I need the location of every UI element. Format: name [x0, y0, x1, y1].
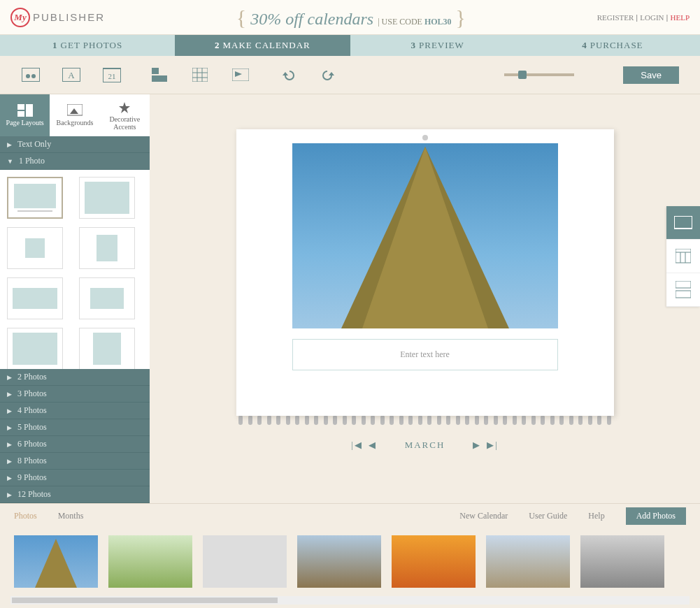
- category-item[interactable]: ▶3 Photos: [0, 386, 150, 403]
- calendar-icon[interactable]: 21: [102, 66, 122, 83]
- horizontal-scrollbar[interactable]: [10, 596, 690, 605]
- register-link[interactable]: REGISTER: [597, 13, 634, 22]
- svg-rect-8: [152, 75, 167, 82]
- promo-banner: { 30% off calendars | USE CODE HOL30 }: [105, 6, 597, 29]
- redo-icon[interactable]: [319, 66, 338, 83]
- photo-layout-icon[interactable]: [21, 66, 41, 83]
- svg-text:A: A: [68, 70, 75, 80]
- layout-thumb[interactable]: [79, 328, 135, 369]
- category-1-photo[interactable]: ▼1 Photo: [0, 153, 150, 170]
- view-photo-icon[interactable]: [666, 206, 700, 240]
- first-page-icon[interactable]: |◀: [351, 440, 363, 451]
- bottom-panel: Photos Months New Calendar User Guide He…: [0, 503, 700, 608]
- svg-rect-7: [152, 68, 159, 74]
- add-photos-button[interactable]: Add Photos: [626, 507, 686, 525]
- prev-page-icon[interactable]: ◀: [369, 440, 377, 451]
- category-item[interactable]: ▶6 Photos: [0, 436, 150, 453]
- svg-text:21: 21: [108, 72, 116, 80]
- photo-thumb[interactable]: [486, 535, 570, 588]
- bottom-help-link[interactable]: Help: [588, 511, 604, 521]
- svg-rect-18: [17, 111, 24, 117]
- layouts-icon: [17, 104, 33, 117]
- step-purchase[interactable]: 4PURCHASE: [525, 35, 700, 56]
- svg-rect-17: [26, 104, 33, 117]
- photo-strip[interactable]: [0, 528, 700, 596]
- layout-thumb[interactable]: [79, 177, 135, 219]
- photo-thumb[interactable]: [14, 535, 98, 588]
- grid-icon[interactable]: [190, 66, 210, 83]
- month-label: MARCH: [405, 440, 445, 451]
- calendar-page[interactable]: Enter text here: [236, 129, 614, 416]
- layout-grid: [0, 170, 150, 369]
- step-make-calendar[interactable]: 2MAKE CALENDAR: [175, 35, 350, 56]
- svg-rect-22: [676, 249, 691, 263]
- svg-rect-0: [22, 68, 40, 82]
- category-item[interactable]: ▶5 Photos: [0, 419, 150, 436]
- svg-rect-9: [192, 68, 208, 82]
- layout-thumb[interactable]: [79, 227, 135, 269]
- view-calendar-icon[interactable]: [666, 240, 700, 273]
- layout-thumb[interactable]: [79, 277, 135, 319]
- tab-photos[interactable]: Photos: [14, 511, 37, 521]
- save-button[interactable]: Save: [623, 66, 679, 84]
- login-link[interactable]: LOGIN: [640, 13, 664, 22]
- auth-links: REGISTER | LOGIN | HELP: [597, 13, 690, 22]
- last-page-icon[interactable]: ▶|: [487, 440, 499, 451]
- ring-hole: [422, 135, 428, 140]
- zoom-slider[interactable]: [504, 73, 574, 76]
- photo-thumb[interactable]: [392, 535, 476, 588]
- category-text-only[interactable]: ▶Text Only: [0, 136, 150, 153]
- workflow-steps: 1GET PHOTOS 2MAKE CALENDAR 3PREVIEW 4PUR…: [0, 35, 700, 56]
- category-item[interactable]: ▶12 Photos: [0, 486, 150, 503]
- layout-thumb[interactable]: [7, 227, 63, 269]
- user-guide-link[interactable]: User Guide: [529, 511, 567, 521]
- tab-months[interactable]: Months: [58, 511, 84, 521]
- svg-rect-21: [674, 216, 692, 229]
- layout-thumb[interactable]: [7, 328, 63, 369]
- photo-thumb[interactable]: [203, 535, 287, 588]
- next-page-icon[interactable]: ▶: [473, 440, 481, 451]
- spiral-binding: [236, 414, 614, 426]
- new-calendar-link[interactable]: New Calendar: [459, 511, 508, 521]
- category-item[interactable]: ▶2 Photos: [0, 369, 150, 386]
- photo-thumb[interactable]: [297, 535, 381, 588]
- svg-rect-27: [676, 291, 691, 298]
- svg-marker-15: [235, 71, 242, 77]
- view-tools: [666, 206, 700, 307]
- text-layout-icon[interactable]: A: [62, 66, 81, 83]
- category-item[interactable]: ▶4 Photos: [0, 403, 150, 419]
- flag-icon[interactable]: [231, 66, 250, 83]
- category-item[interactable]: ▶8 Photos: [0, 453, 150, 470]
- help-link[interactable]: HELP: [671, 13, 690, 22]
- tab-page-layouts[interactable]: Page Layouts: [0, 94, 50, 136]
- logo[interactable]: My PUBLISHER: [10, 8, 105, 27]
- category-item[interactable]: ▶9 Photos: [0, 470, 150, 486]
- layout-thumb[interactable]: [7, 277, 63, 319]
- photo-thumb[interactable]: [108, 535, 192, 588]
- step-get-photos[interactable]: 1GET PHOTOS: [0, 35, 175, 56]
- backgrounds-icon: [67, 104, 83, 117]
- layout-thumb[interactable]: [7, 177, 63, 219]
- canvas-area: Enter text here |◀ ◀ MARCH ▶ ▶|: [150, 94, 700, 503]
- category-list: ▶2 Photos ▶3 Photos ▶4 Photos ▶5 Photos …: [0, 369, 150, 503]
- accents-icon: [117, 101, 132, 113]
- caption-input[interactable]: Enter text here: [292, 339, 558, 370]
- svg-marker-20: [70, 108, 78, 114]
- month-nav: |◀ ◀ MARCH ▶ ▶|: [351, 440, 499, 451]
- svg-rect-16: [17, 104, 24, 110]
- logo-text: PUBLISHER: [33, 11, 105, 23]
- view-both-icon[interactable]: [666, 273, 700, 307]
- layout-tool-icon[interactable]: [150, 66, 169, 83]
- tab-backgrounds[interactable]: Backgrounds: [50, 94, 99, 136]
- svg-rect-14: [232, 68, 249, 81]
- page-photo[interactable]: [292, 143, 558, 328]
- sidebar: Page Layouts Backgrounds Decorative Acce…: [0, 94, 150, 503]
- top-bar: My PUBLISHER { 30% off calendars | USE C…: [0, 0, 700, 35]
- svg-point-2: [31, 74, 36, 78]
- logo-mark: My: [10, 8, 30, 27]
- svg-rect-26: [676, 281, 691, 288]
- step-preview[interactable]: 3PREVIEW: [350, 35, 525, 56]
- photo-thumb[interactable]: [580, 535, 664, 588]
- tab-accents[interactable]: Decorative Accents: [100, 94, 150, 136]
- undo-icon[interactable]: [278, 66, 298, 83]
